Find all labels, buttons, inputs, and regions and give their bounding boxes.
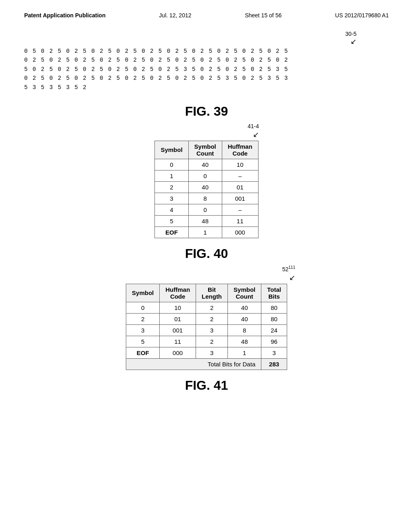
table-cell: 40 — [188, 159, 222, 170]
table-cell: 48 — [228, 336, 261, 347]
data-sequence: 0 5 0 2 5 0 2 5 0 2 5 0 2 5 0 2 5 0 2 5 … — [24, 47, 389, 92]
table-row: EOF1000 — [155, 227, 258, 238]
fig40-arrow: ↙ — [118, 273, 295, 282]
page-header: Patent Application Publication Jul. 12, … — [24, 12, 389, 19]
table-cell: 40 — [228, 302, 261, 313]
fig40-col-header: SymbolCount — [228, 284, 261, 302]
table-cell: 0 — [188, 170, 222, 181]
data-sequence-line: 0 2 5 0 2 5 0 2 5 0 2 5 0 2 5 0 2 5 0 2 … — [24, 56, 389, 64]
fig39-col-header: SymbolCount — [188, 141, 222, 159]
data-sequence-line: 5 0 2 5 0 2 5 0 2 5 0 2 5 0 2 5 0 2 5 3 … — [24, 65, 389, 74]
table-row: 30013824 — [126, 324, 287, 336]
table-cell: 3 — [196, 347, 228, 358]
table-cell: 24 — [261, 324, 287, 336]
fig40-table-label-row: 52111 — [118, 265, 295, 272]
table-cell: 3 — [196, 324, 228, 336]
table-cell: 1 — [228, 347, 261, 358]
table-cell: 0 — [188, 204, 222, 215]
table-cell: 4 — [155, 204, 188, 215]
total-bits-value: 283 — [261, 358, 287, 370]
table-cell: 8 — [188, 193, 222, 204]
fig40-table-section: 52111 ↙ SymbolHuffmanCodeBitLengthSymbol… — [24, 265, 389, 370]
data-block-section: 30-5 ↙ 0 5 0 2 5 0 2 5 0 2 5 0 2 5 0 2 5… — [24, 31, 389, 92]
table-row: 54811 — [155, 215, 258, 227]
fig40-col-header: BitLength — [196, 284, 228, 302]
table-cell: 80 — [261, 302, 287, 313]
table-cell: 40 — [188, 181, 222, 193]
fig39-col-header: HuffmanCode — [222, 141, 258, 159]
fig40-col-header: Symbol — [126, 284, 160, 302]
table-row: 01024080 — [126, 302, 287, 313]
table-cell: 000 — [222, 227, 258, 238]
fig41-label: FIG. 41 — [24, 378, 389, 393]
table-cell: 0 — [126, 302, 160, 313]
header-left: Patent Application Publication — [24, 12, 106, 19]
data-block-arrow: ↙ — [24, 38, 357, 45]
table-cell: 2 — [155, 181, 188, 193]
table-row: 38001 — [155, 193, 258, 204]
data-block-label: 30-5 — [24, 31, 357, 37]
fig40-col-header: TotalBits — [261, 284, 287, 302]
table-cell: 96 — [261, 336, 287, 347]
table-cell: 001 — [222, 193, 258, 204]
fig39-arrow: ↙ — [154, 130, 259, 139]
table-cell: 01 — [160, 313, 196, 324]
table-row: 20124080 — [126, 313, 287, 324]
header-sheet: Sheet 15 of 56 — [245, 12, 282, 19]
table-cell: 3 — [261, 347, 287, 358]
table-cell: 11 — [222, 215, 258, 227]
page: Patent Application Publication Jul. 12, … — [0, 0, 413, 532]
fig39-table: SymbolSymbolCountHuffmanCode0401010–2400… — [154, 141, 258, 238]
table-cell: 0 — [155, 159, 188, 170]
fig39-label: FIG. 39 — [24, 104, 389, 119]
table-cell: 80 — [261, 313, 287, 324]
table-cell: 1 — [155, 170, 188, 181]
table-cell: 001 — [160, 324, 196, 336]
table-cell: 2 — [196, 302, 228, 313]
fig40-table: SymbolHuffmanCodeBitLengthSymbolCountTot… — [126, 284, 287, 370]
table-cell: 10 — [160, 302, 196, 313]
table-cell: 2 — [196, 336, 228, 347]
fig39-col-header: Symbol — [155, 141, 188, 159]
table-cell: 48 — [188, 215, 222, 227]
table-cell: 10 — [222, 159, 258, 170]
table-cell: – — [222, 170, 258, 181]
table-cell: 40 — [228, 313, 261, 324]
table-row: 24001 — [155, 181, 258, 193]
table-cell: 2 — [126, 313, 160, 324]
table-total-row: Total Bits for Data283 — [126, 358, 287, 370]
table-cell: EOF — [126, 347, 160, 358]
table-row: 40– — [155, 204, 258, 215]
data-sequence-line: 0 5 0 2 5 0 2 5 0 2 5 0 2 5 0 2 5 0 2 5 … — [24, 47, 389, 56]
table-cell: 01 — [222, 181, 258, 193]
table-cell: EOF — [155, 227, 188, 238]
table-cell: – — [222, 204, 258, 215]
table-cell: 3 — [126, 324, 160, 336]
header-date: Jul. 12, 2012 — [159, 12, 191, 19]
table-cell: 11 — [160, 336, 196, 347]
fig40-label: FIG. 40 — [24, 246, 389, 261]
fig39-table-label-row: 41-4 — [154, 123, 259, 129]
table-cell: 2 — [196, 313, 228, 324]
total-bits-label: Total Bits for Data — [126, 358, 261, 370]
table-row: 04010 — [155, 159, 258, 170]
table-row: 51124896 — [126, 336, 287, 347]
table-row: EOF000313 — [126, 347, 287, 358]
table-cell: 5 — [126, 336, 160, 347]
data-sequence-line: 0 2 5 0 2 5 0 2 5 0 2 5 0 2 5 0 2 5 0 2 … — [24, 74, 389, 83]
fig40-col-header: HuffmanCode — [160, 284, 196, 302]
table-row: 10– — [155, 170, 258, 181]
fig39-table-section: 41-4 ↙ SymbolSymbolCountHuffmanCode04010… — [24, 123, 389, 238]
table-cell: 1 — [188, 227, 222, 238]
table-cell: 000 — [160, 347, 196, 358]
header-right: US 2012/0179680 A1 — [335, 12, 389, 19]
table-cell: 8 — [228, 324, 261, 336]
data-sequence-line: 5 3 5 3 5 3 5 2 — [24, 83, 389, 92]
table-cell: 3 — [155, 193, 188, 204]
table-cell: 5 — [155, 215, 188, 227]
